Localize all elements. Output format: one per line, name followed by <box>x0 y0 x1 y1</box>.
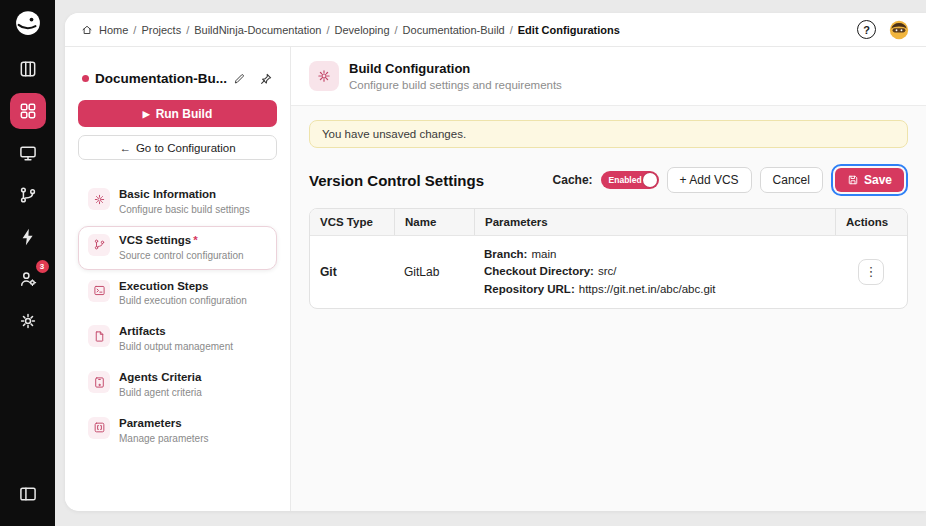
cache-toggle-state: Enabled <box>609 171 642 189</box>
nav-builds-bolt-icon[interactable] <box>10 219 46 255</box>
go-to-configuration-label: Go to Configuration <box>136 142 236 154</box>
cell-vcs-type: Git <box>310 255 394 289</box>
run-build-button[interactable]: ▶ Run Build <box>78 100 277 127</box>
app-window: Home / Projects / BuildNinja-Documentati… <box>65 13 926 511</box>
nav-projects-icon[interactable] <box>10 93 46 129</box>
nav-collapse-panel-icon[interactable] <box>10 476 46 512</box>
menu-item-label: Agents Criteria <box>119 371 202 385</box>
gear-icon <box>88 188 110 210</box>
param-checkout-directory: Checkout Directory:src/ <box>484 263 825 280</box>
param-repository-url: Repository URL:https://git.net.in/abc/ab… <box>484 281 825 298</box>
unsaved-changes-banner: You have unsaved changes. <box>309 120 908 148</box>
save-button-focus-ring: Save <box>831 164 908 196</box>
required-asterisk: * <box>193 234 197 246</box>
nav-agents-icon[interactable]: 3 <box>10 261 46 297</box>
breadcrumb-separator: / <box>326 24 329 36</box>
breadcrumb-projects[interactable]: Projects <box>141 24 181 36</box>
device-icon <box>88 371 110 393</box>
toggle-knob <box>643 173 657 187</box>
vcs-table: VCS Type Name Parameters Actions Git Git… <box>309 208 908 309</box>
menu-item-label: Parameters <box>119 417 209 431</box>
param-branch: Branch:main <box>484 246 825 263</box>
add-vcs-button[interactable]: + Add VCS <box>667 167 752 193</box>
breadcrumb: Home / Projects / BuildNinja-Documentati… <box>81 24 620 36</box>
edit-pencil-icon[interactable] <box>233 72 246 85</box>
cell-name: GitLab <box>394 255 474 289</box>
breadcrumb-subproject[interactable]: Developing <box>334 24 389 36</box>
cache-label: Cache: <box>553 173 593 187</box>
sidebar-item-agents-criteria[interactable]: Agents Criteria Build agent criteria <box>78 363 277 407</box>
steps-terminal-icon <box>88 280 110 302</box>
menu-item-sub: Build execution configuration <box>119 295 247 307</box>
sidebar-item-artifacts[interactable]: Artifacts Build output management <box>78 317 277 361</box>
go-to-configuration-button[interactable]: ← Go to Configuration <box>78 135 277 160</box>
save-button[interactable]: Save <box>835 168 904 192</box>
col-actions: Actions <box>835 209 907 235</box>
breadcrumb-separator: / <box>186 24 189 36</box>
nav-vcs-branch-icon[interactable] <box>10 177 46 213</box>
parameters-brackets-icon <box>88 417 110 439</box>
nav-monitor-icon[interactable] <box>10 135 46 171</box>
breadcrumb-home[interactable]: Home <box>99 24 128 36</box>
sidebar-item-basic-information[interactable]: Basic Information Configure basic build … <box>78 180 277 224</box>
page-subtitle: Configure build settings and requirement… <box>349 79 562 91</box>
vcs-table-header: VCS Type Name Parameters Actions <box>310 209 907 236</box>
git-branch-icon <box>88 234 110 256</box>
save-label: Save <box>864 173 892 187</box>
app-logo[interactable] <box>13 8 43 38</box>
col-vcs-type: VCS Type <box>310 209 394 235</box>
section-title: Version Control Settings <box>309 172 484 189</box>
breadcrumb-separator: / <box>510 24 513 36</box>
col-name: Name <box>394 209 474 235</box>
menu-item-sub: Configure basic build settings <box>119 204 250 216</box>
sidebar-item-vcs-settings[interactable]: VCS Settings* Source control configurati… <box>78 226 277 270</box>
pin-icon[interactable] <box>259 72 273 86</box>
back-arrow-icon: ← <box>119 142 131 154</box>
menu-item-sub: Build output management <box>119 341 233 353</box>
page-header: Build Configuration Configure build sett… <box>291 47 926 106</box>
status-dot <box>82 75 89 82</box>
build-config-gear-icon <box>309 61 339 91</box>
nav-dashboard-icon[interactable] <box>10 51 46 87</box>
breadcrumb-current: Edit Configurations <box>518 24 620 36</box>
buildninja-logo-icon <box>13 8 43 38</box>
topbar-right: ? <box>857 19 910 41</box>
table-row: Git GitLab Branch:main Checkout Director… <box>310 236 907 308</box>
build-title: Documentation-Bu... <box>95 71 227 86</box>
build-sidebar: Documentation-Bu... ▶ Run Build ← Go to … <box>65 47 291 511</box>
build-title-row: Documentation-Bu... <box>78 71 277 86</box>
col-parameters: Parameters <box>474 209 835 235</box>
breadcrumb-project[interactable]: BuildNinja-Documentation <box>194 24 321 36</box>
breadcrumb-separator: / <box>395 24 398 36</box>
page-title: Build Configuration <box>349 61 562 76</box>
menu-item-sub: Source control configuration <box>119 250 244 262</box>
avatar-icon <box>888 19 910 41</box>
user-avatar[interactable] <box>888 19 910 41</box>
agents-count-badge: 3 <box>36 260 49 273</box>
cancel-button[interactable]: Cancel <box>760 167 823 193</box>
save-floppy-icon <box>847 174 859 186</box>
row-actions-menu-button[interactable]: ⋮ <box>858 259 884 285</box>
breadcrumb-build[interactable]: Documentation-Build <box>403 24 505 36</box>
left-nav-rail: 3 <box>0 0 55 526</box>
cache-toggle[interactable]: Enabled <box>601 171 659 189</box>
menu-item-label: Execution Steps <box>119 280 247 294</box>
main-body: You have unsaved changes. Version Contro… <box>291 106 926 323</box>
config-menu: Basic Information Configure basic build … <box>78 180 277 453</box>
cell-actions: ⋮ <box>835 249 907 295</box>
sidebar-item-execution-steps[interactable]: Execution Steps Build execution configur… <box>78 272 277 316</box>
section-header-row: Version Control Settings Cache: Enabled … <box>309 164 908 196</box>
menu-item-sub: Manage parameters <box>119 433 209 445</box>
menu-item-label: VCS Settings <box>119 234 191 246</box>
help-button[interactable]: ? <box>857 20 876 39</box>
sidebar-item-parameters[interactable]: Parameters Manage parameters <box>78 409 277 453</box>
breadcrumb-separator: / <box>133 24 136 36</box>
nav-settings-gear-icon[interactable] <box>10 303 46 339</box>
menu-item-label: Artifacts <box>119 325 233 339</box>
run-build-label: Run Build <box>156 107 213 121</box>
section-controls: Cache: Enabled + Add VCS Cancel Save <box>553 164 908 196</box>
menu-item-sub: Build agent criteria <box>119 387 202 399</box>
play-icon: ▶ <box>143 109 150 119</box>
main-panel: Build Configuration Configure build sett… <box>291 47 926 511</box>
menu-item-label: Basic Information <box>119 188 250 202</box>
